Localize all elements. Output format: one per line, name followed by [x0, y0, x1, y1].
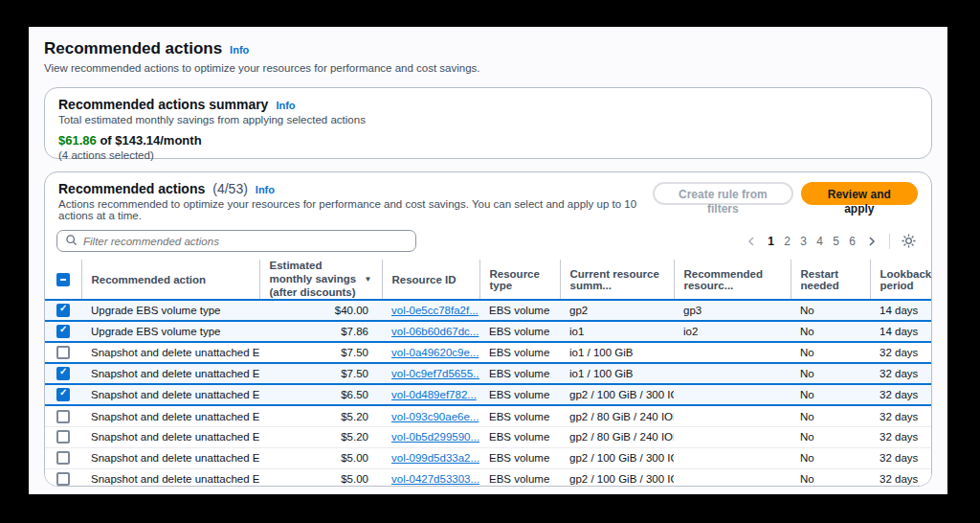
page-description: View recommended actions to optimize you… [44, 62, 932, 74]
create-rule-from-filters-button[interactable]: Create rule from filters [653, 182, 792, 205]
table-row[interactable]: Snapshot and delete unattached EBS volum… [45, 447, 932, 468]
table-row[interactable]: Snapshot and delete unattached EBS volum… [45, 363, 932, 384]
filter-input-container [56, 230, 416, 252]
pagination-page-6[interactable]: 6 [844, 233, 860, 250]
resource-id-link[interactable]: vol-0c9ef7d5655... [391, 368, 479, 379]
resource-id-link[interactable]: vol-0e5cc78fa2f... [391, 305, 479, 316]
summary-description: Total estimated monthly savings from app… [58, 114, 918, 125]
pager-divider [889, 234, 890, 249]
cell-resource-type: EBS volume [479, 300, 560, 321]
page-header: Recommended actions Info View recommende… [29, 27, 947, 74]
resource-id-link[interactable]: vol-099d5d33a2... [391, 452, 479, 464]
cell-estimated-savings: $7.50 [259, 342, 382, 363]
resource-id-link[interactable]: vol-06b60d67dc... [391, 326, 479, 337]
cell-current-resource: io1 [560, 321, 674, 342]
cell-recommended-resource [674, 363, 791, 384]
pagination-page-5[interactable]: 5 [828, 233, 844, 250]
recommended-actions-card: Recommended actions (4/53) Info Actions … [44, 171, 932, 487]
cell-lookback-period: 32 days [870, 384, 932, 405]
cell-recommended-action: Snapshot and delete unattached EBS volum… [81, 342, 259, 363]
row-checkbox[interactable] [56, 325, 70, 338]
table-card-counter: (4/53) [212, 181, 248, 196]
table-row[interactable]: Upgrade EBS volume type $7.86 vol-06b60d… [45, 321, 932, 342]
summary-card: Recommended actions summary Info Total e… [44, 87, 932, 159]
search-icon [65, 233, 78, 250]
resource-id-link[interactable]: vol-0d489ef782... [391, 389, 477, 400]
cell-lookback-period: 14 days [870, 300, 932, 321]
cell-current-resource: gp2 / 100 GiB / 300 IOP... [560, 447, 674, 468]
resource-id-link[interactable]: vol-0427d53303... [391, 473, 479, 485]
cell-estimated-savings: $6.50 [259, 384, 382, 405]
cell-lookback-period: 32 days [870, 363, 932, 384]
resource-id-link[interactable]: vol-0a49620c9e... [391, 347, 479, 358]
page-info-link[interactable]: Info [230, 44, 249, 56]
table-info-link[interactable]: Info [256, 184, 275, 195]
resource-id-link[interactable]: vol-0b5d299590... [391, 431, 479, 443]
cell-resource-type: EBS volume [479, 321, 560, 342]
cell-estimated-savings: $7.86 [259, 321, 382, 342]
cell-recommended-resource [674, 468, 791, 487]
row-checkbox[interactable] [56, 410, 70, 423]
cell-current-resource: gp2 [560, 300, 674, 321]
select-all-checkbox[interactable] [56, 273, 70, 286]
cell-restart-needed: No [791, 426, 870, 447]
row-checkbox[interactable] [56, 304, 70, 317]
row-checkbox[interactable] [56, 367, 70, 380]
console-page: Recommended actions Info View recommende… [29, 27, 947, 494]
cell-recommended-resource [674, 384, 791, 405]
column-header-lookback-period[interactable]: Lookback period [870, 260, 932, 300]
cell-current-resource: io1 / 100 GiB [560, 363, 674, 384]
cell-restart-needed: No [791, 342, 870, 363]
pagination-page-1[interactable]: 1 [763, 233, 779, 250]
table-row[interactable]: Snapshot and delete unattached EBS volum… [45, 342, 932, 363]
previous-page-icon[interactable] [743, 233, 760, 250]
savings-total: of $143.14/month [97, 133, 202, 148]
table-row[interactable]: Upgrade EBS volume type $40.00 vol-0e5cc… [45, 300, 932, 321]
pagination-page-3[interactable]: 3 [795, 233, 812, 250]
next-page-icon[interactable] [863, 233, 880, 250]
cell-estimated-savings: $5.20 [259, 405, 382, 426]
row-checkbox[interactable] [56, 430, 70, 443]
cell-lookback-period: 32 days [870, 405, 932, 426]
row-checkbox[interactable] [56, 472, 70, 486]
cell-resource-type: EBS volume [479, 468, 560, 487]
table-row[interactable]: Snapshot and delete unattached EBS volum… [45, 405, 932, 426]
table-row[interactable]: Snapshot and delete unattached EBS volum… [45, 468, 932, 487]
table-card-description: Actions recommended to optimize your res… [58, 198, 653, 221]
column-header-restart-needed[interactable]: Restart needed [791, 260, 870, 300]
cell-estimated-savings: $7.50 [259, 363, 382, 384]
pagination-page-2[interactable]: 2 [779, 233, 795, 250]
cell-recommended-resource: io2 [674, 321, 791, 342]
table-preferences-gear-icon[interactable] [899, 232, 918, 251]
cell-current-resource: gp2 / 100 GiB / 300 IOP... [560, 468, 674, 487]
column-header-resource-id[interactable]: Resource ID [382, 260, 479, 300]
summary-card-title: Recommended actions summary [58, 97, 268, 112]
cell-resource-type: EBS volume [479, 426, 560, 447]
summary-info-link[interactable]: Info [276, 100, 295, 111]
pagination-page-4[interactable]: 4 [812, 233, 828, 250]
cell-estimated-savings: $5.00 [259, 447, 382, 468]
table-row[interactable]: Snapshot and delete unattached EBS volum… [45, 384, 932, 405]
cell-recommended-action: Snapshot and delete unattached EBS volum… [81, 447, 259, 468]
review-and-apply-button[interactable]: Review and apply [801, 182, 918, 205]
cell-recommended-action: Snapshot and delete unattached EBS volum… [81, 384, 259, 405]
savings-line: $61.86 of $143.14/month [58, 133, 918, 148]
column-header-recommended-action[interactable]: Recommended action [81, 260, 259, 300]
table-row[interactable]: Snapshot and delete unattached EBS volum… [45, 426, 932, 447]
resource-id-link[interactable]: vol-093c90ae6e... [391, 411, 479, 422]
recommended-actions-table: Recommended action Estimated monthly sav… [45, 260, 931, 487]
row-checkbox[interactable] [56, 388, 70, 401]
column-header-recommended-resource[interactable]: Recommended resourc... [674, 260, 791, 300]
column-header-current-resource[interactable]: Current resource summ... [560, 260, 674, 300]
cell-current-resource: gp2 / 80 GiB / 240 IOPS... [560, 405, 674, 426]
cell-restart-needed: No [791, 321, 870, 342]
cell-resource-type: EBS volume [479, 363, 560, 384]
row-checkbox[interactable] [56, 451, 70, 465]
column-header-estimated-savings[interactable]: Estimated monthly savings (after discoun… [259, 260, 382, 300]
cell-restart-needed: No [791, 300, 870, 321]
row-checkbox[interactable] [56, 346, 70, 359]
sort-descending-icon[interactable]: ▼ [365, 275, 372, 284]
cell-estimated-savings: $40.00 [259, 300, 382, 321]
filter-input[interactable] [83, 236, 408, 247]
column-header-resource-type[interactable]: Resource type [479, 260, 560, 300]
